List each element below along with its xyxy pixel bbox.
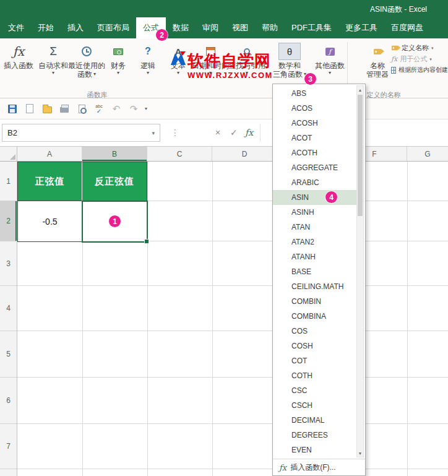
name-tag-icon: [392, 46, 398, 51]
scroll-up-icon[interactable]: ▲: [357, 86, 363, 93]
ribbon-tabs: 文件 开始 插入 页面布局 公式 数据 审阅 视图 帮助 PDF工具集 更多工具…: [0, 17, 448, 38]
sheet-grid[interactable]: 正弦值 反正弦值 -0.5: [17, 162, 448, 476]
save-button[interactable]: [5, 101, 20, 117]
lookup-reference-button[interactable]: 查找与引用 ▾: [228, 38, 266, 76]
function-menu-item[interactable]: ATANH: [273, 249, 356, 264]
clock-icon: [82, 46, 92, 56]
function-menu-item[interactable]: ACOSH: [273, 116, 356, 131]
ribbon-tab[interactable]: 开始: [31, 17, 61, 38]
function-menu-item[interactable]: EVEN: [273, 443, 356, 457]
name-manager-button[interactable]: 名称 管理器: [364, 38, 391, 79]
formula-bar: B2 ▾ ⋮ × ✓ ƒx: [0, 119, 448, 147]
chevron-down-icon: ▾: [209, 70, 212, 76]
ribbon-tab[interactable]: 更多工具: [338, 17, 384, 38]
function-menu-item[interactable]: CSC: [273, 383, 356, 398]
select-all-corner[interactable]: [0, 147, 17, 162]
logical-button[interactable]: ? 逻辑 ▾: [132, 38, 163, 76]
function-menu-item[interactable]: DECIMAL: [273, 413, 356, 428]
function-menu-item[interactable]: ACOS: [273, 101, 356, 116]
function-menu-item[interactable]: ACOT: [273, 131, 356, 145]
date-time-button[interactable]: 日期和时间 ▾: [193, 38, 228, 76]
ribbon-tab[interactable]: 审阅: [196, 17, 225, 38]
function-menu-item[interactable]: ASIN: [273, 190, 356, 205]
use-in-formula-button[interactable]: ƒx 用于公式 ▾: [391, 54, 448, 64]
row-header[interactable]: 3: [0, 241, 17, 286]
financial-button[interactable]: 财务 ▾: [104, 38, 132, 76]
ribbon-tab[interactable]: 数据: [166, 17, 196, 38]
function-menu-item[interactable]: ARABIC: [273, 175, 356, 190]
name-box-dropdown-icon[interactable]: ▾: [152, 130, 155, 136]
column-header[interactable]: B: [82, 147, 147, 161]
row-header[interactable]: 6: [0, 378, 17, 424]
redo-button[interactable]: ↷: [126, 101, 141, 117]
step-badge-1: 1: [109, 215, 121, 227]
math-trig-button[interactable]: θ 数学和 三角函数▾: [266, 38, 313, 79]
scrollbar-thumb[interactable]: [358, 95, 363, 216]
step-badge-3: 3: [304, 73, 316, 85]
more-functions-button[interactable]: ƒ 其他函数 ▾: [313, 38, 347, 76]
row-header[interactable]: 5: [0, 331, 17, 378]
cell-b1[interactable]: 反正弦值: [82, 162, 147, 201]
ribbon-tab[interactable]: PDF工具集: [285, 17, 338, 38]
function-menu-item[interactable]: CSCH: [273, 398, 356, 413]
scroll-down-icon[interactable]: ▼: [357, 449, 363, 457]
column-header[interactable]: D: [212, 147, 277, 161]
function-menu-item[interactable]: ATAN: [273, 220, 356, 235]
function-menu-item[interactable]: CEILING.MATH: [273, 279, 356, 294]
text-functions-button[interactable]: A 文本 ▾: [163, 38, 193, 76]
undo-button[interactable]: ↶: [109, 101, 124, 117]
chevron-down-icon: ▾: [147, 70, 149, 76]
new-file-button[interactable]: [22, 101, 37, 117]
print-preview-button[interactable]: [74, 101, 89, 117]
row-header[interactable]: 2: [0, 201, 17, 241]
ribbon-tab[interactable]: 页面布局: [90, 17, 136, 38]
cell-a2[interactable]: -0.5: [17, 201, 82, 242]
name-box[interactable]: B2 ▾: [2, 124, 160, 142]
function-menu-item[interactable]: ABS: [273, 86, 356, 101]
row-header[interactable]: 7: [0, 424, 17, 469]
column-header[interactable]: G: [407, 147, 448, 161]
customize-qat-button[interactable]: ▾: [145, 106, 147, 111]
function-menu-item[interactable]: COSH: [273, 339, 356, 353]
row-header[interactable]: 1: [0, 162, 17, 201]
define-name-button[interactable]: 定义名称 ▾: [391, 43, 448, 53]
create-from-selection-button[interactable]: 根据所选内容创建: [391, 66, 448, 74]
ribbon-tab[interactable]: 插入: [61, 17, 90, 38]
window-title: ASIN函数 - Excel: [370, 4, 427, 15]
open-file-button[interactable]: [40, 101, 54, 117]
row-headers: 1 2 3 4 5 6 7: [0, 162, 17, 476]
insert-function-menu-item[interactable]: ƒx 插入函数(F)...: [273, 459, 365, 475]
function-menu-item[interactable]: ATAN2: [273, 235, 356, 249]
print-button[interactable]: [57, 101, 72, 117]
insert-function-label: 插入函数: [4, 61, 33, 70]
function-menu-item[interactable]: BASE: [273, 264, 356, 279]
fx-icon: ƒx: [279, 463, 286, 472]
function-menu-item[interactable]: COTH: [273, 368, 356, 383]
autosum-button[interactable]: Σ 自动求和 ▾: [37, 38, 69, 76]
function-menu-item[interactable]: COS: [273, 324, 356, 339]
recent-functions-button[interactable]: 最近使用的 函数▾: [69, 38, 104, 79]
ribbon-tab[interactable]: 百度网盘: [384, 17, 430, 38]
cancel-icon[interactable]: ×: [215, 128, 220, 137]
ribbon-tab[interactable]: 文件: [1, 17, 31, 38]
function-menu-item[interactable]: COT: [273, 353, 356, 368]
ribbon-tab[interactable]: 帮助: [255, 17, 285, 38]
insert-function-button[interactable]: ƒx 插入函数: [0, 38, 37, 70]
cell-a1[interactable]: 正弦值: [17, 162, 82, 201]
column-header[interactable]: C: [147, 147, 212, 161]
function-menu-item[interactable]: ACOTH: [273, 145, 356, 160]
function-menu-item[interactable]: COMBIN: [273, 294, 356, 309]
function-menu-item[interactable]: ASINH: [273, 205, 356, 220]
row-header[interactable]: 4: [0, 286, 17, 331]
function-menu-item[interactable]: DEGREES: [273, 428, 356, 443]
enter-icon[interactable]: ✓: [230, 128, 238, 137]
function-menu-item[interactable]: COMBINA: [273, 309, 356, 324]
money-icon: [113, 48, 123, 55]
function-menu-item[interactable]: AGGREGATE: [273, 160, 356, 175]
column-header[interactable]: A: [17, 147, 82, 161]
ribbon-tab[interactable]: 视图: [225, 17, 255, 38]
formula-bar-splitter[interactable]: ⋮: [171, 128, 179, 137]
spell-check-button[interactable]: abc✓: [92, 101, 106, 117]
insert-function-icon[interactable]: ƒx: [245, 128, 253, 137]
menu-scrollbar[interactable]: ▲ ▼: [356, 85, 364, 457]
